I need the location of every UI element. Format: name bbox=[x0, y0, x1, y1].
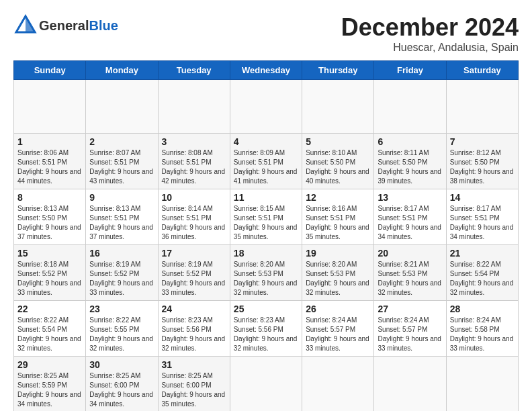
day-info: Sunrise: 8:23 AMSunset: 5:56 PMDaylight:… bbox=[234, 316, 298, 353]
day-info: Sunrise: 8:12 AMSunset: 5:50 PMDaylight:… bbox=[450, 148, 515, 186]
calendar-day-cell: 23Sunrise: 8:22 AMSunset: 5:55 PMDayligh… bbox=[86, 301, 158, 357]
day-number: 19 bbox=[306, 248, 370, 259]
day-number: 24 bbox=[162, 304, 226, 314]
calendar-day-cell bbox=[86, 80, 158, 134]
day-number: 3 bbox=[162, 136, 226, 147]
day-info: Sunrise: 8:20 AMSunset: 5:53 PMDaylight:… bbox=[306, 260, 370, 298]
day-info: Sunrise: 8:24 AMSunset: 5:58 PMDaylight:… bbox=[450, 316, 515, 353]
calendar-day-cell bbox=[446, 357, 518, 412]
weekday-header-saturday: Saturday bbox=[446, 61, 518, 80]
calendar-day-cell: 26Sunrise: 8:24 AMSunset: 5:57 PMDayligh… bbox=[302, 301, 374, 357]
day-number: 5 bbox=[306, 136, 370, 147]
calendar-week-row: 22Sunrise: 8:22 AMSunset: 5:54 PMDayligh… bbox=[14, 301, 519, 357]
calendar-day-cell: 16Sunrise: 8:19 AMSunset: 5:52 PMDayligh… bbox=[86, 245, 158, 301]
calendar-day-cell bbox=[446, 80, 518, 134]
calendar-day-cell: 10Sunrise: 8:14 AMSunset: 5:51 PMDayligh… bbox=[158, 189, 230, 245]
day-info: Sunrise: 8:22 AMSunset: 5:54 PMDaylight:… bbox=[17, 316, 82, 353]
day-info: Sunrise: 8:14 AMSunset: 5:51 PMDaylight:… bbox=[162, 204, 226, 242]
day-info: Sunrise: 8:13 AMSunset: 5:51 PMDaylight:… bbox=[89, 204, 154, 242]
calendar-day-cell bbox=[374, 80, 446, 134]
day-number: 15 bbox=[17, 248, 82, 259]
calendar-day-cell bbox=[302, 357, 374, 412]
day-info: Sunrise: 8:22 AMSunset: 5:54 PMDaylight:… bbox=[450, 260, 515, 298]
calendar-day-cell: 5Sunrise: 8:10 AMSunset: 5:50 PMDaylight… bbox=[302, 134, 374, 189]
day-number: 7 bbox=[450, 136, 515, 147]
day-info: Sunrise: 8:19 AMSunset: 5:52 PMDaylight:… bbox=[162, 260, 226, 298]
day-number: 16 bbox=[89, 248, 154, 259]
weekday-header-monday: Monday bbox=[86, 61, 158, 80]
day-info: Sunrise: 8:19 AMSunset: 5:52 PMDaylight:… bbox=[89, 260, 154, 298]
day-number: 29 bbox=[17, 359, 82, 370]
weekday-header-friday: Friday bbox=[374, 61, 446, 80]
calendar-day-cell: 18Sunrise: 8:20 AMSunset: 5:53 PMDayligh… bbox=[230, 245, 302, 301]
weekday-header-thursday: Thursday bbox=[302, 61, 374, 80]
weekday-header-row: SundayMondayTuesdayWednesdayThursdayFrid… bbox=[14, 61, 519, 80]
calendar-day-cell: 29Sunrise: 8:25 AMSunset: 5:59 PMDayligh… bbox=[14, 357, 86, 412]
day-info: Sunrise: 8:25 AMSunset: 6:00 PMDaylight:… bbox=[162, 371, 226, 409]
day-number: 11 bbox=[234, 192, 298, 203]
calendar-day-cell: 9Sunrise: 8:13 AMSunset: 5:51 PMDaylight… bbox=[86, 189, 158, 245]
calendar-day-cell: 8Sunrise: 8:13 AMSunset: 5:50 PMDaylight… bbox=[14, 189, 86, 245]
day-info: Sunrise: 8:24 AMSunset: 5:57 PMDaylight:… bbox=[306, 316, 370, 353]
calendar-day-cell: 13Sunrise: 8:17 AMSunset: 5:51 PMDayligh… bbox=[374, 189, 446, 245]
day-info: Sunrise: 8:15 AMSunset: 5:51 PMDaylight:… bbox=[234, 204, 298, 242]
day-number: 27 bbox=[378, 304, 442, 314]
calendar-day-cell: 25Sunrise: 8:23 AMSunset: 5:56 PMDayligh… bbox=[230, 301, 302, 357]
location-title: Huescar, Andalusia, Spain bbox=[341, 42, 519, 54]
day-info: Sunrise: 8:16 AMSunset: 5:51 PMDaylight:… bbox=[306, 204, 370, 242]
calendar-day-cell: 3Sunrise: 8:08 AMSunset: 5:51 PMDaylight… bbox=[158, 134, 230, 189]
calendar-day-cell bbox=[158, 80, 230, 134]
calendar-day-cell: 27Sunrise: 8:24 AMSunset: 5:57 PMDayligh… bbox=[374, 301, 446, 357]
calendar-day-cell: 30Sunrise: 8:25 AMSunset: 6:00 PMDayligh… bbox=[86, 357, 158, 412]
calendar-day-cell: 19Sunrise: 8:20 AMSunset: 5:53 PMDayligh… bbox=[302, 245, 374, 301]
day-number: 30 bbox=[89, 359, 154, 370]
calendar-day-cell bbox=[14, 80, 86, 134]
day-info: Sunrise: 8:17 AMSunset: 5:51 PMDaylight:… bbox=[450, 204, 515, 242]
day-info: Sunrise: 8:22 AMSunset: 5:55 PMDaylight:… bbox=[89, 316, 154, 353]
day-number: 26 bbox=[306, 304, 370, 314]
calendar-day-cell: 2Sunrise: 8:07 AMSunset: 5:51 PMDaylight… bbox=[86, 134, 158, 189]
calendar-day-cell bbox=[230, 80, 302, 134]
day-info: Sunrise: 8:21 AMSunset: 5:53 PMDaylight:… bbox=[378, 260, 442, 298]
calendar-week-row: 1Sunrise: 8:06 AMSunset: 5:51 PMDaylight… bbox=[14, 134, 519, 189]
day-info: Sunrise: 8:10 AMSunset: 5:50 PMDaylight:… bbox=[306, 148, 370, 186]
day-info: Sunrise: 8:25 AMSunset: 6:00 PMDaylight:… bbox=[89, 371, 154, 409]
weekday-header-wednesday: Wednesday bbox=[230, 61, 302, 80]
day-info: Sunrise: 8:25 AMSunset: 5:59 PMDaylight:… bbox=[17, 371, 82, 409]
calendar-table: SundayMondayTuesdayWednesdayThursdayFrid… bbox=[13, 60, 519, 411]
day-info: Sunrise: 8:09 AMSunset: 5:51 PMDaylight:… bbox=[234, 148, 298, 186]
day-number: 25 bbox=[234, 304, 298, 314]
calendar-day-cell: 17Sunrise: 8:19 AMSunset: 5:52 PMDayligh… bbox=[158, 245, 230, 301]
calendar-day-cell: 1Sunrise: 8:06 AMSunset: 5:51 PMDaylight… bbox=[14, 134, 86, 189]
day-number: 10 bbox=[162, 192, 226, 203]
calendar-day-cell: 7Sunrise: 8:12 AMSunset: 5:50 PMDaylight… bbox=[446, 134, 518, 189]
calendar-day-cell: 14Sunrise: 8:17 AMSunset: 5:51 PMDayligh… bbox=[446, 189, 518, 245]
calendar-day-cell: 4Sunrise: 8:09 AMSunset: 5:51 PMDaylight… bbox=[230, 134, 302, 189]
title-area: December 2024 Huescar, Andalusia, Spain bbox=[341, 13, 519, 54]
day-number: 28 bbox=[450, 304, 515, 314]
day-number: 2 bbox=[89, 136, 154, 147]
day-number: 18 bbox=[234, 248, 298, 259]
calendar-day-cell: 15Sunrise: 8:18 AMSunset: 5:52 PMDayligh… bbox=[14, 245, 86, 301]
calendar-week-row: 15Sunrise: 8:18 AMSunset: 5:52 PMDayligh… bbox=[14, 245, 519, 301]
calendar-week-row: 8Sunrise: 8:13 AMSunset: 5:50 PMDaylight… bbox=[14, 189, 519, 245]
calendar-day-cell: 21Sunrise: 8:22 AMSunset: 5:54 PMDayligh… bbox=[446, 245, 518, 301]
calendar-week-row: 29Sunrise: 8:25 AMSunset: 5:59 PMDayligh… bbox=[14, 357, 519, 412]
day-number: 22 bbox=[17, 304, 82, 314]
day-info: Sunrise: 8:18 AMSunset: 5:52 PMDaylight:… bbox=[17, 260, 82, 298]
day-number: 9 bbox=[89, 192, 154, 203]
calendar-day-cell bbox=[374, 357, 446, 412]
day-number: 4 bbox=[234, 136, 298, 147]
day-number: 1 bbox=[17, 136, 82, 147]
calendar-day-cell: 22Sunrise: 8:22 AMSunset: 5:54 PMDayligh… bbox=[14, 301, 86, 357]
calendar-day-cell: 24Sunrise: 8:23 AMSunset: 5:56 PMDayligh… bbox=[158, 301, 230, 357]
calendar-day-cell: 11Sunrise: 8:15 AMSunset: 5:51 PMDayligh… bbox=[230, 189, 302, 245]
day-number: 8 bbox=[17, 192, 82, 203]
day-info: Sunrise: 8:20 AMSunset: 5:53 PMDaylight:… bbox=[234, 260, 298, 298]
day-info: Sunrise: 8:23 AMSunset: 5:56 PMDaylight:… bbox=[162, 316, 226, 353]
day-number: 6 bbox=[378, 136, 442, 147]
weekday-header-tuesday: Tuesday bbox=[158, 61, 230, 80]
calendar-day-cell bbox=[302, 80, 374, 134]
day-number: 21 bbox=[450, 248, 515, 259]
day-number: 23 bbox=[89, 304, 154, 314]
